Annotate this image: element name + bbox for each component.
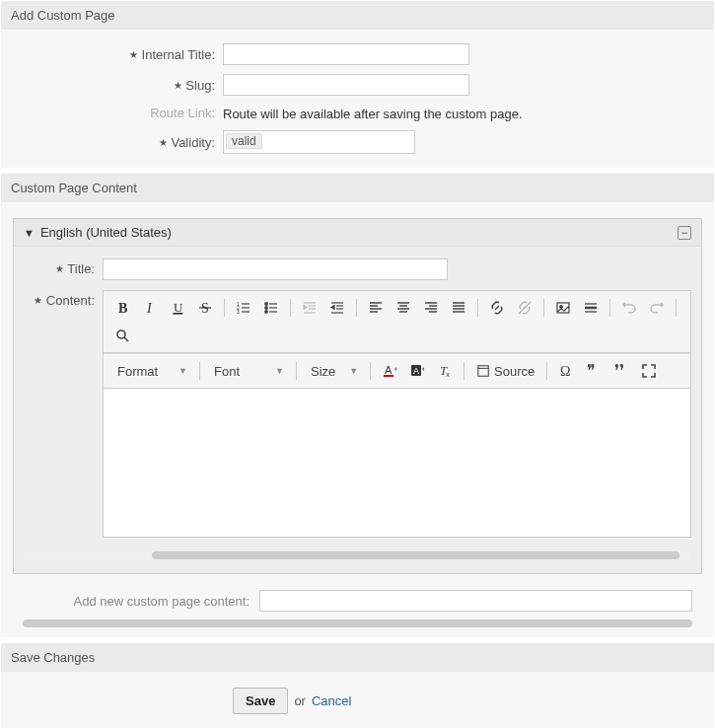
image-icon[interactable] xyxy=(550,295,576,321)
panel-header-content: Custom Page Content xyxy=(1,174,714,202)
panel-body-save: Save or Cancel xyxy=(1,672,714,728)
slug-input[interactable] xyxy=(223,74,469,96)
outdent-icon xyxy=(297,295,322,321)
horizontal-rule-icon[interactable] xyxy=(578,295,604,321)
text-color-icon[interactable]: A xyxy=(377,358,402,384)
search-icon[interactable] xyxy=(109,323,135,348)
field-internal-title xyxy=(223,43,704,65)
svg-text:❜❜: ❜❜ xyxy=(614,363,624,379)
label-validity-text: Validity: xyxy=(171,135,215,150)
label-title: ★ Title: xyxy=(24,258,103,280)
row-route-link: Route Link: Route will be available afte… xyxy=(11,105,704,121)
title-input[interactable] xyxy=(103,258,448,280)
toolbar-separator xyxy=(676,299,677,317)
toolbar-separator xyxy=(224,299,225,317)
toolbar-separator xyxy=(290,299,291,317)
label-validity: ★ Validity: xyxy=(11,135,223,150)
validity-tag: valid xyxy=(226,133,262,149)
row-content: ★ Content: B I U S 123 xyxy=(24,290,691,538)
svg-text:U: U xyxy=(174,300,183,315)
panel-custom-page-content: Custom Page Content ▼ English (United St… xyxy=(0,173,715,638)
maximize-icon[interactable] xyxy=(636,358,662,384)
internal-title-input[interactable] xyxy=(223,43,469,65)
quote-right-icon[interactable]: ❜❜ xyxy=(608,358,634,384)
editor-content-area[interactable] xyxy=(104,389,690,537)
svg-line-51 xyxy=(124,337,128,341)
label-add-new-content: Add new custom page content: xyxy=(23,594,259,609)
collapse-icon[interactable]: − xyxy=(678,226,691,240)
svg-text:Ω: Ω xyxy=(560,364,570,379)
svg-marker-27 xyxy=(331,306,334,310)
label-title-text: Title: xyxy=(67,261,95,276)
label-content: ★ Content: xyxy=(24,290,103,538)
toolbar-separator xyxy=(296,362,297,380)
label-internal-title: ★ Internal Title: xyxy=(11,47,223,62)
toolbar-separator xyxy=(356,299,357,317)
redo-icon xyxy=(644,295,670,321)
svg-text:x: x xyxy=(446,370,450,379)
special-char-icon[interactable]: Ω xyxy=(553,358,579,384)
editor-toolbar-row2: Format▼ Font▼ Size▼ A A Tx xyxy=(104,353,690,389)
or-text: or xyxy=(294,693,306,708)
caret-down-icon: ▼ xyxy=(24,227,35,239)
underline-icon[interactable]: U xyxy=(165,295,190,321)
toolbar-separator xyxy=(199,362,200,380)
label-content-text: Content: xyxy=(46,293,95,308)
row-title: ★ Title: xyxy=(24,258,691,280)
align-left-icon[interactable] xyxy=(363,295,389,321)
italic-icon[interactable]: I xyxy=(137,295,163,321)
numbered-list-icon[interactable]: 123 xyxy=(231,295,256,321)
horizontal-scrollbar[interactable] xyxy=(24,551,691,559)
save-button[interactable]: Save xyxy=(233,688,288,714)
rich-text-editor: B I U S 123 xyxy=(103,290,691,538)
svg-point-50 xyxy=(117,330,125,338)
label-slug: ★ Slug: xyxy=(11,78,223,93)
indent-icon[interactable] xyxy=(324,295,350,321)
label-internal-title-text: Internal Title: xyxy=(142,47,215,62)
panel-body-content: ▼ English (United States) − ★ Title: xyxy=(1,202,714,637)
scrollbar-thumb[interactable] xyxy=(152,551,679,559)
horizontal-scrollbar[interactable] xyxy=(23,619,692,627)
panel-header-save: Save Changes xyxy=(1,643,714,672)
field-validity: valid xyxy=(223,130,704,154)
align-center-icon[interactable] xyxy=(391,295,416,321)
source-button[interactable]: Source xyxy=(470,358,540,384)
svg-text:❞: ❞ xyxy=(587,363,596,379)
row-slug: ★ Slug: xyxy=(11,74,704,96)
size-combo[interactable]: Size▼ xyxy=(303,358,364,384)
font-combo-label: Font xyxy=(214,364,240,379)
align-justify-icon[interactable] xyxy=(446,295,471,321)
label-route-link-text: Route Link: xyxy=(150,106,215,120)
field-title xyxy=(103,258,691,280)
caret-down-icon: ▼ xyxy=(275,366,284,376)
align-right-icon[interactable] xyxy=(418,295,444,321)
language-body: ★ Title: ★ Content: B xyxy=(14,247,701,573)
svg-point-46 xyxy=(560,306,563,309)
svg-rect-53 xyxy=(384,375,393,377)
bold-icon[interactable]: B xyxy=(109,295,135,321)
link-icon[interactable] xyxy=(484,295,510,321)
background-color-icon[interactable]: A xyxy=(404,358,430,384)
toolbar-separator xyxy=(546,362,547,380)
editor-toolbar-row1: B I U S 123 xyxy=(104,291,690,353)
toolbar-separator xyxy=(543,299,544,317)
validity-select[interactable]: valid xyxy=(223,130,415,154)
bullet-list-icon[interactable] xyxy=(258,295,284,321)
required-star-icon: ★ xyxy=(129,49,138,60)
unlink-icon xyxy=(512,295,537,321)
svg-text:I: I xyxy=(146,301,153,316)
row-validity: ★ Validity: valid xyxy=(11,130,704,154)
add-new-content-input[interactable] xyxy=(259,590,692,612)
language-header[interactable]: ▼ English (United States) − xyxy=(14,219,701,247)
cancel-link[interactable]: Cancel xyxy=(312,693,351,708)
format-combo-label: Format xyxy=(117,364,158,379)
font-combo[interactable]: Font▼ xyxy=(206,358,290,384)
quote-left-icon[interactable]: ❞ xyxy=(581,358,607,384)
svg-text:3: 3 xyxy=(237,309,240,315)
format-combo[interactable]: Format▼ xyxy=(109,358,193,384)
strike-icon[interactable]: S xyxy=(192,295,218,321)
field-content: B I U S 123 xyxy=(103,290,691,538)
svg-marker-54 xyxy=(394,367,396,371)
caret-down-icon: ▼ xyxy=(349,366,358,376)
remove-format-icon[interactable]: Tx xyxy=(432,358,458,384)
